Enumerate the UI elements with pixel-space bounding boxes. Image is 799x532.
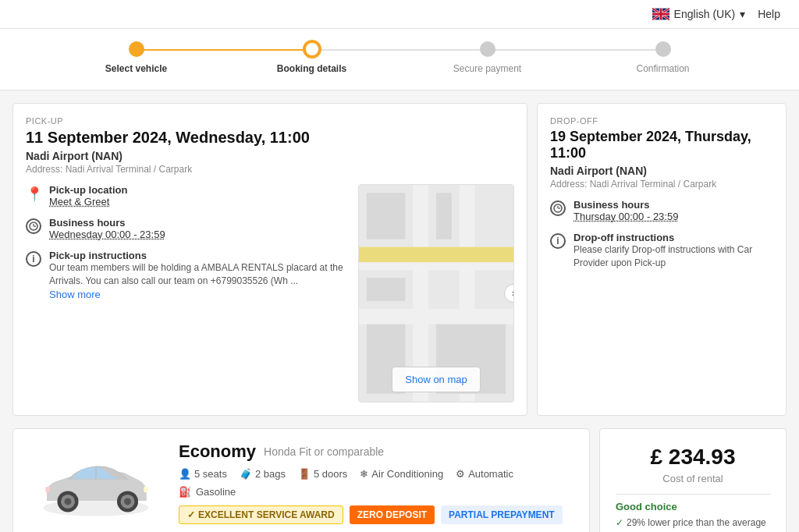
show-more-link[interactable]: Show more (49, 289, 101, 300)
svg-rect-11 (367, 193, 406, 239)
deposit-badge: ZERO DEPOSIT (350, 505, 435, 524)
dropoff-business-hours-value: Thursday 00:00 - 23:59 (574, 211, 678, 222)
dropoff-instructions-text: Please clarify Drop-off instructions wit… (574, 243, 773, 270)
pickup-location-info: Pick-up location Meet & Greet (49, 184, 127, 207)
pickup-content: 📍 Pick-up location Meet & Greet (26, 184, 514, 403)
ac-icon: ❄ (360, 468, 368, 480)
clock-icon (26, 218, 41, 234)
pickup-instructions-info: Pick-up instructions Our team members wi… (49, 250, 349, 300)
check-icon-green: ✓ (616, 517, 623, 528)
pickup-location-name: Nadi Airport (NAN) (26, 150, 514, 162)
vehicle-class: Economy (179, 442, 256, 462)
transmission-icon: ⚙ (456, 468, 465, 480)
good-choice-label: Good choice (616, 501, 770, 512)
price-divider (616, 494, 770, 495)
map-panel: Show on map › (358, 184, 514, 403)
step-select-vehicle[interactable]: Select vehicle (48, 41, 224, 74)
pickup-business-hours-label: Business hours (49, 217, 165, 229)
payment-badge: PARTIAL PREPAYMENT (441, 505, 563, 524)
fuel-row: ⛽ Gasoline (179, 486, 577, 498)
pickup-instructions-label: Pick-up instructions (49, 250, 349, 261)
vehicle-price-row: Economy Honda Fit or comparable 👤 5 seat… (12, 428, 787, 532)
step-booking-details[interactable]: Booking details (224, 41, 400, 74)
language-selector[interactable]: English (UK) ▾ (652, 8, 746, 20)
chevron-down-icon: ▾ (740, 8, 745, 20)
person-icon: 👤 (179, 468, 191, 480)
vehicle-image (26, 442, 166, 531)
transmission-value: Automatic (468, 468, 513, 480)
uk-flag-icon (652, 8, 669, 20)
seats-spec: 👤 5 seats (179, 468, 227, 480)
vehicle-card: Economy Honda Fit or comparable 👤 5 seat… (12, 428, 590, 532)
price-label: Cost of rental (616, 473, 770, 484)
pickup-card: PICK-UP 11 September 2024, Wednesday, 11… (12, 103, 527, 416)
dropoff-location-name: Nadi Airport (NAN) (550, 165, 773, 177)
pickup-date-time: 11 September 2024, Wednesday, 11:00 (26, 129, 514, 147)
step-label-1: Select vehicle (105, 63, 167, 74)
pickup-instructions-text: Our team members will be holding a AMBAL… (49, 261, 349, 288)
award-badge-text: EXCELLENT SERVICE AWARD (198, 509, 335, 520)
svg-rect-6 (359, 309, 513, 325)
price-amount: £ 234.93 (616, 445, 770, 470)
pickup-business-hours-row: Business hours Wednesday 00:00 - 23:59 (26, 217, 349, 240)
step-confirmation[interactable]: Confirmation (575, 41, 751, 74)
ac-value: Air Conditioning (371, 468, 443, 480)
vehicle-model: Honda Fit or comparable (264, 445, 384, 458)
dropoff-card: DROP-OFF 19 September 2024, Thursday, 11… (537, 103, 787, 416)
dropoff-clock-icon (550, 200, 566, 216)
pickup-address: Address: Nadi Arrival Terminal / Carpark (26, 164, 514, 175)
dropoff-business-hours-label: Business hours (574, 199, 678, 211)
show-on-map-button[interactable]: Show on map (392, 367, 481, 392)
svg-rect-28 (45, 487, 49, 492)
award-badge: ✓ EXCELLENT SERVICE AWARD (179, 505, 343, 524)
language-label: English (UK) (674, 8, 736, 20)
fuel-type: Gasoline (196, 486, 236, 498)
vehicle-details: Economy Honda Fit or comparable 👤 5 seat… (179, 442, 577, 531)
pickup-dropoff-row: PICK-UP 11 September 2024, Wednesday, 11… (12, 103, 787, 416)
svg-rect-13 (367, 278, 406, 301)
dropoff-date-time: 19 September 2024, Thursday, 11:00 (550, 129, 773, 161)
step-circle-2 (304, 41, 320, 57)
badges-row: ✓ EXCELLENT SERVICE AWARD ZERO DEPOSIT P… (179, 505, 577, 524)
dropoff-instructions-row: i Drop-off instructions Please clarify D… (550, 232, 773, 270)
step-label-2: Booking details (277, 63, 346, 74)
progress-bar: Select vehicle Booking details Secure pa… (0, 29, 799, 90)
pickup-location-row: 📍 Pick-up location Meet & Greet (26, 184, 349, 207)
main-content: PICK-UP 11 September 2024, Wednesday, 11… (0, 90, 799, 532)
seats-value: 5 seats (194, 468, 227, 480)
step-circle-1 (129, 41, 144, 57)
lower-price-value: 29% lower price than the average (627, 517, 766, 528)
help-link[interactable]: Help (758, 8, 780, 20)
pickup-instructions-row: i Pick-up instructions Our team members … (26, 250, 349, 300)
transmission-spec: ⚙ Automatic (456, 468, 513, 480)
fuel-icon: ⛽ (179, 486, 191, 498)
door-icon: 🚪 (298, 468, 311, 480)
progress-steps: Select vehicle Booking details Secure pa… (48, 41, 751, 90)
dropoff-section-label: DROP-OFF (550, 116, 773, 126)
deposit-badge-text: ZERO DEPOSIT (357, 509, 427, 520)
doors-value: 5 doors (314, 468, 347, 480)
price-panel: £ 234.93 Cost of rental Good choice ✓ 29… (599, 428, 787, 532)
vehicle-name-row: Economy Honda Fit or comparable (179, 442, 577, 462)
pin-icon: 📍 (26, 186, 41, 201)
svg-point-26 (124, 498, 131, 505)
vehicle-specs: 👤 5 seats 🧳 2 bags 🚪 5 doors ❄ Air Condi… (179, 468, 577, 480)
svg-rect-27 (144, 487, 147, 492)
step-secure-payment[interactable]: Secure payment (400, 41, 575, 74)
pickup-location-value: Meet & Greet (49, 196, 127, 207)
doors-spec: 🚪 5 doors (298, 468, 347, 480)
payment-badge-text: PARTIAL PREPAYMENT (449, 509, 555, 520)
dropoff-business-hours-info: Business hours Thursday 00:00 - 23:59 (574, 199, 678, 222)
step-label-4: Confirmation (636, 63, 689, 74)
dropoff-business-hours-row: Business hours Thursday 00:00 - 23:59 (550, 199, 773, 222)
dropoff-instructions-label: Drop-off instructions (574, 232, 773, 243)
dropoff-address: Address: Nadi Arrival Terminal / Carpark (550, 179, 773, 190)
bags-value: 2 bags (255, 468, 286, 480)
top-bar: English (UK) ▾ Help (0, 0, 799, 29)
bag-icon: 🧳 (240, 468, 252, 480)
ac-spec: ❄ Air Conditioning (360, 468, 443, 480)
lower-price-text: ✓ 29% lower price than the average (616, 517, 770, 528)
step-label-3: Secure payment (453, 63, 521, 74)
info-icon: i (26, 251, 41, 267)
pickup-business-hours-info: Business hours Wednesday 00:00 - 23:59 (49, 217, 165, 240)
